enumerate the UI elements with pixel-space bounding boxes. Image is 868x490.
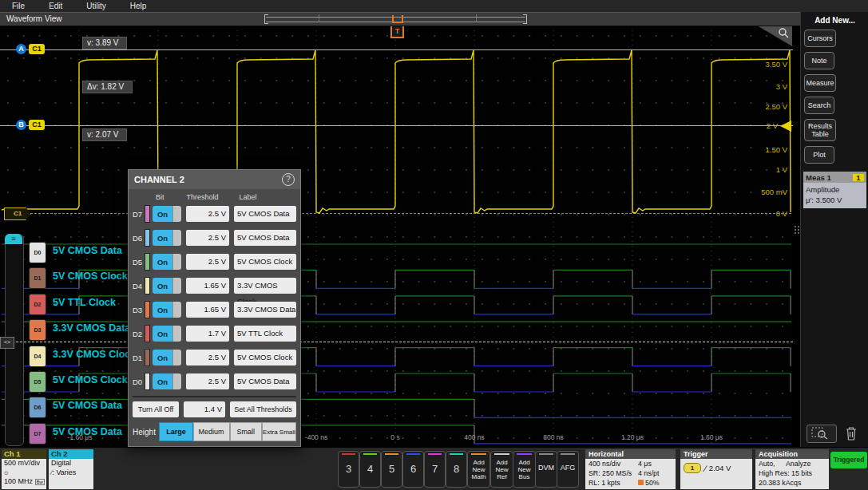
cursor-a-badge[interactable]: A	[16, 44, 26, 54]
threshold-field-d2[interactable]: 1.7 V	[186, 326, 229, 342]
threshold-field-d3[interactable]: 1.65 V	[186, 302, 229, 318]
search-button[interactable]: Search	[804, 97, 834, 114]
digital-badge-d4[interactable]: D4	[29, 346, 46, 367]
pane-divider[interactable]	[0, 342, 793, 342]
height-large-button[interactable]: Large	[159, 422, 192, 441]
overview-left-bracket[interactable]	[264, 14, 268, 24]
add-new-ref-button[interactable]: Add New Ref	[490, 451, 513, 488]
bit-toggle-d3[interactable]: On	[153, 302, 181, 318]
horizontal-panel[interactable]: Horizontal 400 ns/div4 μs SR: 250 MS/s4 …	[585, 449, 676, 489]
overview-trigger-marker[interactable]	[392, 15, 403, 23]
pane-divider-handle[interactable]: <>	[0, 337, 14, 349]
channel-4-button[interactable]: 4	[359, 451, 381, 488]
threshold-field-d7[interactable]: 2.5 V	[186, 206, 229, 222]
menu-utility[interactable]: Utility	[74, 0, 117, 12]
trigger-position-flag[interactable]: T	[390, 25, 404, 38]
digital-label-d6[interactable]: 5V CMOS Data	[53, 400, 122, 411]
threshold-field-d1[interactable]: 2.5 V	[186, 350, 229, 366]
digital-group-grip-icon[interactable]: ≡	[5, 234, 22, 244]
threshold-field-d5[interactable]: 2.5 V	[186, 254, 229, 270]
bit-toggle-d7[interactable]: On	[153, 206, 181, 222]
all-threshold-field[interactable]: 1.4 V	[184, 401, 225, 417]
height-medium-button[interactable]: Medium	[193, 422, 230, 441]
channel-3-button[interactable]: 3	[338, 451, 359, 488]
ch1-scale: 500 mV/div	[4, 459, 46, 468]
set-all-thresholds-button[interactable]: Set All Thresholds	[230, 401, 296, 417]
digital-badge-d1[interactable]: D1	[29, 267, 46, 289]
afg-button[interactable]: AFG	[557, 451, 579, 488]
digital-badge-d7[interactable]: D7	[29, 423, 46, 445]
label-field-d1[interactable]: 5V CMOS Clock	[234, 350, 296, 366]
cursors-button[interactable]: Cursors	[804, 30, 836, 47]
digital-badge-d2[interactable]: D2	[29, 294, 46, 315]
digital-label-d7[interactable]: 5V CMOS Data	[53, 426, 122, 437]
cursor-b-line[interactable]	[0, 125, 793, 126]
zoom-select-button[interactable]	[807, 425, 837, 443]
cursor-b-channel-badge[interactable]: C1	[29, 120, 45, 130]
label-field-d0[interactable]: 5V CMOS Data	[234, 373, 296, 389]
bit-toggle-d5[interactable]: On	[153, 254, 181, 270]
add-new-bus-button[interactable]: Add New Bus	[513, 451, 536, 488]
channel2-dialog-header[interactable]: CHANNEL 2 ?	[129, 170, 300, 189]
digital-badge-d5[interactable]: D5	[29, 371, 46, 393]
cursor-a-channel-badge[interactable]: C1	[29, 44, 45, 54]
threshold-field-d6[interactable]: 2.5 V	[186, 230, 229, 246]
channel-8-button[interactable]: 8	[446, 451, 467, 488]
bit-toggle-d4[interactable]: On	[153, 278, 181, 294]
dvm-button[interactable]: DVM	[535, 451, 557, 488]
channel2-dialog[interactable]: CHANNEL 2 ? Bit Threshold Label D7 On 2.…	[128, 169, 301, 447]
trigger-panel[interactable]: Trigger 1 ∕ 2.04 V	[680, 449, 752, 489]
panel-drag-handle-dots[interactable]	[795, 226, 799, 237]
cursor-b-badge[interactable]: B	[16, 120, 26, 130]
ch2-mode: Digital	[51, 459, 93, 468]
overview-right-bracket[interactable]	[523, 14, 527, 24]
digital-label-d0[interactable]: 5V CMOS Data	[53, 245, 122, 256]
help-icon[interactable]: ?	[282, 173, 295, 186]
label-field-d2[interactable]: 5V TTL Clock	[234, 326, 296, 342]
label-field-d4[interactable]: 3.3V CMOS Clock	[234, 278, 296, 294]
label-field-d5[interactable]: 5V CMOS Clock	[234, 254, 296, 270]
note-button[interactable]: Note	[804, 52, 834, 69]
threshold-field-d4[interactable]: 1.65 V	[186, 278, 229, 294]
toggle-on-label: On	[153, 254, 172, 270]
channel-6-button[interactable]: 6	[402, 451, 424, 488]
trigger-level-arrow[interactable]	[780, 121, 791, 132]
digital-label-d1[interactable]: 5V CMOS Clock	[53, 271, 128, 282]
ch1-badge[interactable]: Ch 1 500 mV/div ⊙ 100 MHz Bw	[2, 449, 46, 489]
trash-button[interactable]	[844, 425, 858, 445]
add-new-math-button[interactable]: Add New Math	[467, 451, 490, 488]
menu-edit[interactable]: Edit	[37, 0, 74, 12]
digital-label-d2[interactable]: 5V TTL Clock	[53, 297, 116, 308]
results-table-button[interactable]: Results Table	[804, 119, 836, 141]
cursor-a-line[interactable]	[0, 49, 793, 50]
acquisition-panel[interactable]: Acquisition Auto,Analyze High Res: 15 bi…	[755, 449, 829, 489]
digital-badge-d3[interactable]: D3	[29, 319, 46, 341]
height-small-button[interactable]: Small	[230, 422, 262, 441]
threshold-field-d0[interactable]: 2.5 V	[186, 373, 229, 389]
bit-toggle-d6[interactable]: On	[153, 230, 181, 246]
digital-badge-d0[interactable]: D0	[29, 242, 46, 263]
bit-toggle-d0[interactable]: On	[153, 373, 181, 389]
tab-waveform-view[interactable]: Waveform View	[6, 14, 61, 23]
measure-button[interactable]: Measure	[804, 74, 836, 92]
ch1-ground-flag[interactable]: C1	[4, 207, 31, 220]
channel-5-button[interactable]: 5	[381, 451, 402, 488]
height-extra-small-button[interactable]: Extra Small	[262, 422, 296, 441]
digital-label-d4[interactable]: 3.3V CMOS Clock	[53, 349, 136, 360]
menu-file[interactable]: File	[0, 0, 37, 12]
ch2-badge[interactable]: Ch 2 Digital ∕: Varies	[49, 449, 93, 489]
plot-button[interactable]: Plot	[804, 146, 834, 164]
label-field-d6[interactable]: 5V CMOS Data	[234, 230, 296, 246]
meas1-badge[interactable]: Meas 1 1 Amplitude μ': 3.500 V	[803, 172, 866, 208]
turn-all-off-button[interactable]: Turn All Off	[133, 401, 179, 417]
label-field-d7[interactable]: 5V CMOS Data	[234, 206, 296, 222]
digital-label-d3[interactable]: 3.3V CMOS Data	[53, 322, 130, 334]
acquisition-mode: Auto,	[759, 459, 786, 468]
digital-label-d5[interactable]: 5V CMOS Clock	[53, 374, 128, 385]
label-field-d3[interactable]: 3.3V CMOS Data	[234, 302, 296, 318]
digital-badge-d6[interactable]: D6	[29, 397, 46, 418]
bit-toggle-d2[interactable]: On	[153, 326, 181, 342]
menu-help[interactable]: Help	[118, 0, 159, 12]
bit-toggle-d1[interactable]: On	[153, 350, 181, 366]
channel-7-button[interactable]: 7	[424, 451, 446, 488]
